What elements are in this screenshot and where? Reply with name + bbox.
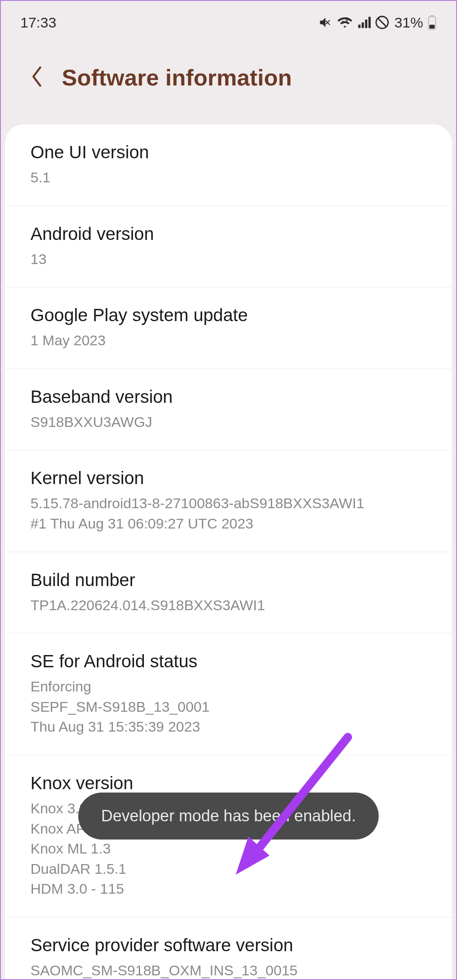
- row-title: SE for Android status: [30, 651, 427, 672]
- row-value: TP1A.220624.014.S918BXXS3AWI1: [30, 595, 427, 616]
- back-button[interactable]: [26, 67, 47, 88]
- signal-icon: [357, 16, 371, 29]
- row-value: 5.15.78-android13-8-27100863-abS918BXXS3…: [30, 493, 427, 534]
- row-value: SAOMC_SM-S918B_OXM_INS_13_0015 INS/INS,I…: [30, 961, 427, 980]
- row-value: 1 May 2023: [30, 330, 427, 351]
- svg-text:6: 6: [346, 17, 349, 22]
- row-title: Service provider software version: [30, 935, 427, 955]
- svg-line-2: [378, 18, 386, 27]
- row-value: 5.1: [30, 168, 427, 188]
- chevron-left-icon: [30, 65, 44, 90]
- row-title: Baseband version: [30, 387, 427, 407]
- svg-rect-5: [429, 25, 435, 29]
- settings-list: One UI version 5.1 Android version 13 Go…: [5, 124, 452, 980]
- wifi-icon: 6: [337, 15, 353, 30]
- row-title: Google Play system update: [30, 305, 427, 325]
- row-baseband-version[interactable]: Baseband version S918BXXU3AWGJ: [5, 369, 452, 451]
- row-title: Build number: [30, 570, 427, 590]
- battery-percent: 31%: [394, 14, 423, 31]
- row-build-number[interactable]: Build number TP1A.220624.014.S918BXXS3AW…: [5, 552, 452, 634]
- status-time: 17:33: [20, 14, 56, 31]
- mute-vibrate-icon: [318, 15, 333, 30]
- row-service-provider-version[interactable]: Service provider software version SAOMC_…: [5, 917, 452, 980]
- row-play-system-update[interactable]: Google Play system update 1 May 2023: [5, 287, 452, 369]
- dnd-icon: [375, 15, 389, 30]
- status-bar: 17:33 6 31%: [1, 1, 456, 39]
- status-icons: 6 31%: [318, 14, 437, 31]
- row-one-ui-version[interactable]: One UI version 5.1: [5, 124, 452, 206]
- row-title: Knox version: [30, 773, 427, 793]
- row-title: Kernel version: [30, 468, 427, 488]
- row-value: 13: [30, 249, 427, 270]
- row-title: One UI version: [30, 142, 427, 162]
- svg-rect-4: [430, 15, 434, 17]
- row-value: S918BXXU3AWGJ: [30, 412, 427, 432]
- battery-icon: [427, 15, 437, 30]
- toast-developer-mode: Developer mode has been enabled.: [78, 793, 379, 840]
- row-title: Android version: [30, 224, 427, 244]
- row-se-android-status[interactable]: SE for Android status Enforcing SEPF_SM-…: [5, 633, 452, 755]
- page-title: Software information: [62, 64, 292, 91]
- row-value: Enforcing SEPF_SM-S918B_13_0001 Thu Aug …: [30, 677, 427, 737]
- header: Software information: [1, 39, 456, 124]
- row-kernel-version[interactable]: Kernel version 5.15.78-android13-8-27100…: [5, 450, 452, 552]
- toast-message: Developer mode has been enabled.: [101, 807, 356, 825]
- row-android-version[interactable]: Android version 13: [5, 206, 452, 288]
